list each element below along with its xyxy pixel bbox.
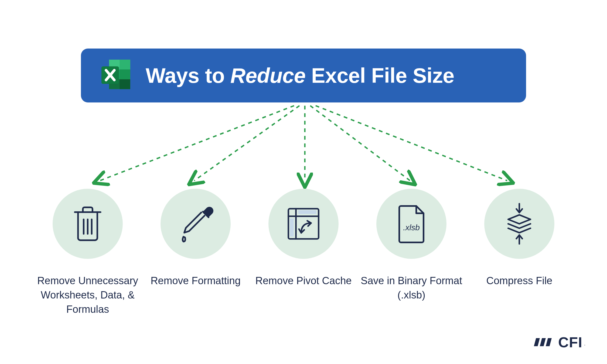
method-circle [53,189,123,259]
method-circle [484,189,554,259]
xlsb-text: .xlsb [403,223,420,232]
compress-icon [500,202,538,245]
method-circle [161,189,231,259]
brand-logo: CFI . [534,334,585,351]
eyedropper-icon [175,204,216,244]
brand-tm: . [584,341,585,347]
method-label: Remove Formatting [144,274,247,288]
title-suffix: Excel File Size [306,64,454,87]
title-prefix: Ways to [146,64,230,87]
method-circle [268,189,339,259]
method-label: Compress File [468,274,571,288]
svg-rect-20 [290,218,294,236]
pivot-icon [285,205,322,243]
brand-name: CFI [558,334,582,351]
svg-rect-5 [120,79,130,89]
svg-line-11 [310,106,410,181]
svg-rect-19 [298,210,316,214]
svg-line-8 [100,106,294,181]
svg-rect-4 [120,70,130,79]
method-label: Remove Pivot Cache [252,274,355,288]
trash-icon [71,205,104,243]
method-remove-worksheets: Remove Unnecessary Worksheets, Data, & F… [40,189,135,317]
svg-rect-3 [120,60,130,69]
method-remove-formatting: Remove Formatting [148,189,243,317]
xlsb-file-icon: .xlsb [395,204,428,244]
method-remove-pivot-cache: Remove Pivot Cache [256,189,351,317]
brand-bars-icon [534,335,555,349]
methods-row: Remove Unnecessary Worksheets, Data, & F… [40,189,567,317]
svg-line-12 [316,106,507,181]
method-compress-file: Compress File [472,189,567,317]
method-label: Save in Binary Format (.xlsb) [360,274,463,302]
method-save-xlsb: .xlsb Save in Binary Format (.xlsb) [364,189,459,317]
excel-icon [97,55,138,96]
title-emphasis: Reduce [230,64,306,87]
title-bar: Ways to Reduce Excel File Size [81,49,526,102]
method-label: Remove Unnecessary Worksheets, Data, & F… [36,274,139,317]
svg-line-9 [194,106,299,181]
method-circle: .xlsb [376,189,446,259]
page-title: Ways to Reduce Excel File Size [146,63,454,88]
